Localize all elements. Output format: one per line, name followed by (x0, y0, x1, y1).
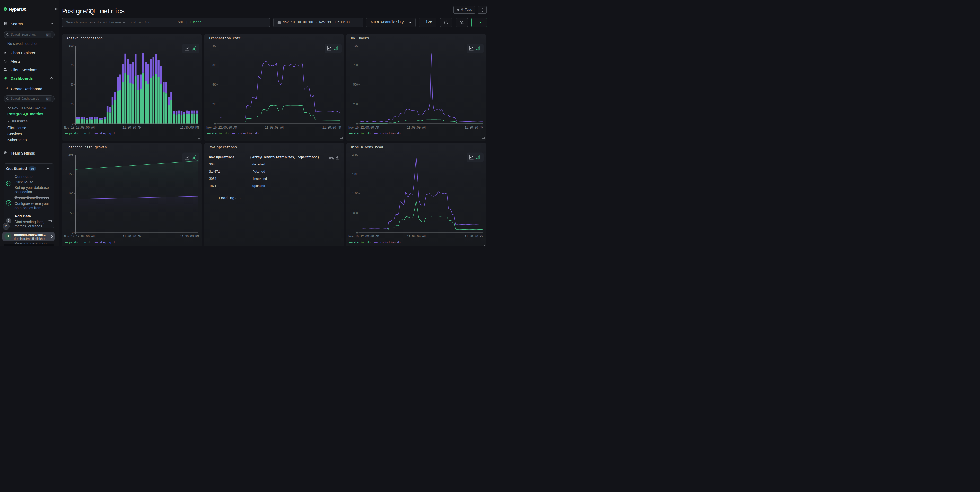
svg-text:11:30:00 PM: 11:30:00 PM (180, 126, 199, 129)
svg-text:11:30:00 PM: 11:30:00 PM (465, 126, 483, 129)
svg-text:11:00:00 AM: 11:00:00 AM (407, 126, 426, 129)
svg-text:500: 500 (353, 83, 358, 86)
svg-text:Nov 10 12:00:00 AM: Nov 10 12:00:00 AM (348, 235, 379, 238)
svg-text:staging_db: staging_db (211, 132, 228, 136)
svg-text:11:00:00 AM: 11:00:00 AM (407, 235, 426, 238)
svg-text:staging_db: staging_db (353, 132, 371, 136)
svg-text:0: 0 (72, 122, 73, 125)
svg-text:100: 100 (69, 44, 73, 47)
svg-text:11:00:00 AM: 11:00:00 AM (123, 126, 141, 129)
svg-text:production_db: production_db (379, 132, 401, 136)
svg-text:75: 75 (70, 63, 73, 67)
svg-text:250: 250 (353, 102, 358, 105)
svg-text:750: 750 (353, 63, 358, 67)
svg-text:production_db: production_db (236, 132, 258, 136)
svg-text:600: 600 (353, 211, 358, 214)
svg-text:11:00:00 AM: 11:00:00 AM (123, 235, 141, 238)
svg-text:1.2K: 1.2K (352, 192, 358, 195)
svg-text:25: 25 (70, 102, 73, 105)
svg-text:4K: 4K (212, 83, 216, 86)
svg-text:1K: 1K (355, 44, 358, 47)
svg-text:2.4K: 2.4K (352, 153, 358, 156)
svg-text:Nov 10 12:00:00 AM: Nov 10 12:00:00 AM (64, 235, 95, 238)
svg-text:staging_db: staging_db (99, 132, 116, 136)
svg-text:50: 50 (70, 83, 73, 86)
svg-text:5B: 5B (70, 211, 73, 214)
svg-text:1.8K: 1.8K (352, 173, 358, 176)
svg-text:production_db: production_db (69, 241, 91, 244)
svg-text:Nov 10 12:00:00 AM: Nov 10 12:00:00 AM (348, 126, 379, 129)
svg-text:15B: 15B (68, 173, 73, 176)
svg-text:2K: 2K (212, 102, 216, 105)
svg-text:0: 0 (356, 122, 358, 125)
svg-text:Nov 10 12:00:00 AM: Nov 10 12:00:00 AM (207, 126, 237, 129)
svg-text:11:30:00 PM: 11:30:00 PM (180, 235, 199, 238)
svg-text:production_db: production_db (69, 132, 91, 136)
svg-text:11:30:00 PM: 11:30:00 PM (465, 235, 483, 238)
svg-text:staging_db: staging_db (99, 241, 116, 244)
svg-text:11:30:00 PM: 11:30:00 PM (322, 126, 341, 129)
svg-text:8K: 8K (212, 44, 216, 47)
svg-text:production_db: production_db (379, 241, 401, 244)
svg-text:Nov 10 12:00:00 AM: Nov 10 12:00:00 AM (64, 126, 95, 129)
svg-text:10B: 10B (68, 192, 73, 195)
svg-text:staging_db: staging_db (353, 241, 371, 244)
svg-text:0: 0 (214, 122, 216, 125)
svg-text:20B: 20B (68, 153, 73, 156)
svg-text:11:00:00 AM: 11:00:00 AM (264, 126, 283, 129)
svg-text:6K: 6K (212, 63, 216, 67)
svg-text:0: 0 (72, 231, 73, 234)
svg-text:0: 0 (356, 231, 358, 234)
